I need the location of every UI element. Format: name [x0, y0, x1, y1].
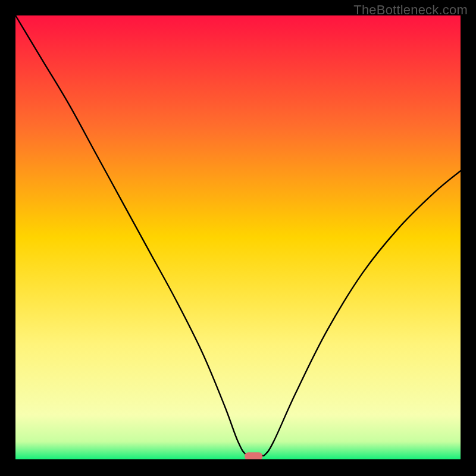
chart-svg	[15, 15, 461, 459]
plot-area	[15, 15, 461, 459]
chart-frame: TheBottleneck.com	[0, 0, 476, 476]
optimal-point-marker	[245, 452, 262, 459]
watermark-text: TheBottleneck.com	[353, 2, 468, 18]
gradient-background	[15, 15, 461, 459]
